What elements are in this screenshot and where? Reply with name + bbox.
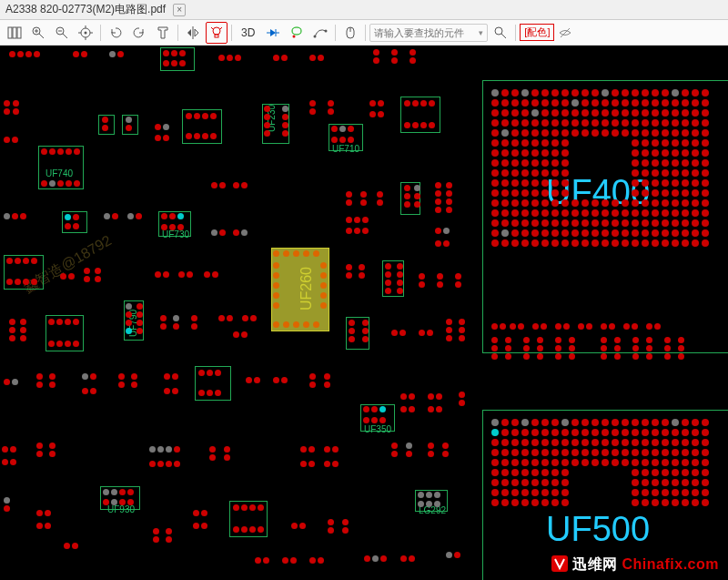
padrow <box>400 406 415 412</box>
padrow <box>419 273 425 288</box>
padrow <box>309 100 316 115</box>
padrow <box>155 271 169 278</box>
separator <box>100 25 101 41</box>
padrow <box>4 137 18 143</box>
separator <box>365 25 366 41</box>
rotate-left-icon[interactable] <box>105 22 126 44</box>
padrow <box>309 557 324 564</box>
padrow <box>224 446 230 461</box>
padrow <box>95 268 101 282</box>
svg-line-19 <box>211 27 213 29</box>
padrow <box>320 262 327 309</box>
padrow <box>291 523 306 529</box>
padrow <box>255 557 269 564</box>
search-icon[interactable] <box>490 22 511 44</box>
padrow <box>346 264 352 279</box>
watermark-suffix: Chinafix.com <box>622 556 719 572</box>
mouse-icon[interactable] <box>339 22 361 44</box>
padrow <box>373 49 379 64</box>
padrow <box>20 319 26 341</box>
visibility-off-icon[interactable] <box>556 24 574 42</box>
padrow <box>36 443 43 457</box>
separator <box>231 25 232 41</box>
bulb-icon[interactable] <box>206 22 228 44</box>
padrow <box>204 271 218 278</box>
label-uf500: UF500 <box>546 510 650 549</box>
pcb-canvas[interactable]: 鑫智造@18792 UF400 UF500 <box>0 46 728 580</box>
padrow <box>161 213 184 219</box>
padrow <box>446 182 452 213</box>
brush-icon[interactable] <box>152 22 174 44</box>
padrow <box>9 51 40 57</box>
rotate-right-icon[interactable] <box>128 22 150 44</box>
padrow <box>273 250 319 257</box>
search-field[interactable] <box>374 27 479 38</box>
padrow <box>369 111 384 117</box>
padrow <box>109 51 124 57</box>
padrow <box>273 377 288 383</box>
padrow <box>406 443 412 457</box>
diode-icon[interactable] <box>262 22 284 44</box>
color-scheme-button[interactable]: [配色] <box>520 24 554 41</box>
padrow <box>391 443 398 457</box>
padrow <box>404 185 410 208</box>
padrow <box>331 126 354 132</box>
svg-point-24 <box>293 35 296 37</box>
padrow <box>428 406 442 412</box>
padrow <box>191 315 197 330</box>
padrow <box>446 319 452 341</box>
padrow <box>166 528 172 543</box>
padrow <box>49 373 56 388</box>
flip-horizontal-icon[interactable] <box>182 22 204 44</box>
zoom-out-icon[interactable] <box>51 22 73 44</box>
padrow <box>491 323 506 330</box>
padrow <box>36 523 51 529</box>
padrow <box>362 320 369 342</box>
padrow <box>385 263 391 294</box>
padrow <box>186 113 217 119</box>
padrow <box>13 100 19 115</box>
padrow <box>118 373 125 388</box>
padrow <box>126 117 132 131</box>
padrow <box>328 519 334 534</box>
padrow <box>64 543 78 549</box>
padrow <box>233 331 248 338</box>
svg-point-17 <box>213 27 220 35</box>
padrow <box>369 100 384 107</box>
padrow <box>601 323 615 330</box>
padrow <box>73 51 87 57</box>
bga-grid-uf500 <box>491 419 723 506</box>
lasso-icon[interactable] <box>286 22 308 44</box>
padrow <box>126 303 132 334</box>
3d-button[interactable]: 3D <box>236 22 260 44</box>
target-icon[interactable] <box>75 22 96 44</box>
padrow <box>186 133 217 139</box>
padrow <box>211 182 226 188</box>
tab-close-button[interactable]: × <box>173 4 186 16</box>
padrow <box>131 373 137 388</box>
padrow <box>435 240 450 247</box>
search-input[interactable]: ▾ <box>369 24 488 42</box>
padrow <box>328 100 334 115</box>
padrow <box>198 390 221 396</box>
padrow <box>160 315 167 330</box>
padrow <box>36 373 43 388</box>
padrow <box>48 341 79 347</box>
chevron-down-icon[interactable]: ▾ <box>479 28 483 37</box>
padrow <box>601 337 607 360</box>
padrow <box>324 446 339 453</box>
svg-point-26 <box>325 29 328 32</box>
columns-icon[interactable] <box>4 22 25 44</box>
padrow <box>273 262 279 309</box>
padrow <box>391 49 398 64</box>
padrow <box>163 60 186 66</box>
padrow <box>300 446 315 453</box>
zoom-in-icon[interactable] <box>27 22 49 44</box>
curve-icon[interactable] <box>309 22 331 44</box>
padrow <box>198 370 221 376</box>
padrow <box>435 228 450 234</box>
padrow <box>82 388 96 394</box>
padrow <box>555 337 561 360</box>
padrow <box>211 229 226 236</box>
padrow <box>65 223 79 229</box>
